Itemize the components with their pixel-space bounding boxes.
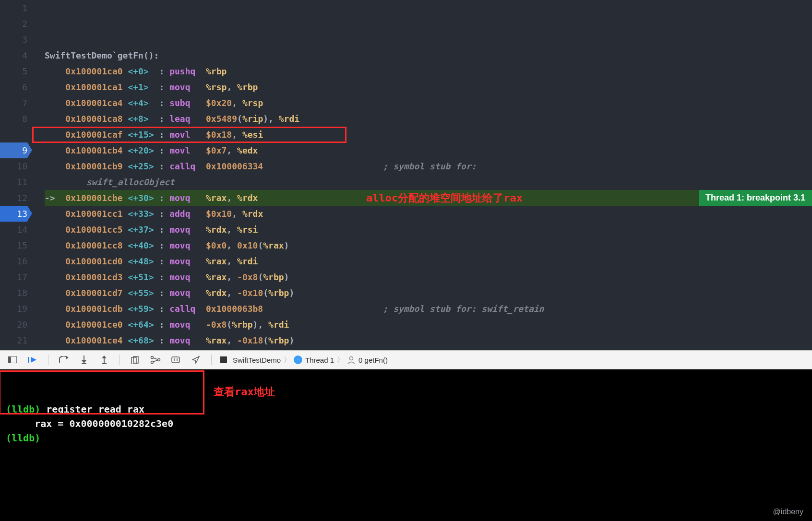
annotation-red: 查看rax地址 [214, 385, 275, 399]
code-area[interactable]: SwiftTestDemo`getFn(): 0x100001ca0 <+0> … [36, 0, 812, 350]
line-number[interactable]: 18 [0, 285, 27, 301]
chevron-right-icon: 〉 [337, 355, 344, 365]
disassembly-editor: 123456789101112131415161718192021 SwiftT… [0, 0, 812, 350]
toggle-debug-button[interactable] [6, 353, 19, 367]
line-number[interactable]: 11 [0, 174, 27, 190]
line-number[interactable]: 14 [0, 222, 27, 237]
app-icon [220, 356, 227, 363]
asm-line: 0x100001cc1 <+33> : addq $0x10, %rdx [45, 206, 812, 222]
debug-breadcrumb[interactable]: SwiftTestDemo 〉 ≡ Thread 1 〉 0 getFn() [220, 355, 388, 365]
asm-line: -> 0x100001cbe <+30> : movq %rax, %rdxal… [45, 190, 812, 206]
asm-line: 0x100001ca1 <+1> : movq %rsp, %rbp [45, 79, 812, 95]
asm-line: 0x100001ca4 <+4> : subq $0x20, %rsp [45, 95, 812, 111]
asm-line: 0x100001cb9 <+25> : callq 0x100006334 ; … [45, 158, 812, 174]
debug-toolbar: SwiftTestDemo 〉 ≡ Thread 1 〉 0 getFn() [0, 350, 812, 369]
toolbar-separator [48, 355, 48, 365]
debug-view-hierarchy-button[interactable] [129, 353, 142, 367]
step-out-button[interactable] [97, 353, 111, 367]
asm-line: 0x100001ce0 <+64> : movq -0x8(%rbp), %rd… [45, 317, 812, 332]
environment-overrides-button[interactable] [169, 353, 182, 367]
svg-line-18 [153, 360, 157, 362]
line-number[interactable]: 3 [0, 32, 27, 47]
asm-line-wrap: swift_allocObject [45, 174, 812, 190]
asm-line: 0x100001ca0 <+0> : pushq %rbp [45, 63, 812, 79]
crumb-thread: Thread 1 [305, 356, 334, 364]
line-number[interactable]: 2 [0, 16, 27, 32]
lldb-console[interactable]: (lldb) register read rax rax = 0x0000000… [0, 369, 812, 521]
svg-marker-3 [31, 357, 36, 363]
asm-line: 0x100001ca8 <+8> : leaq 0x5489(%rip), %r… [45, 111, 812, 127]
svg-rect-19 [172, 357, 179, 363]
svg-point-23 [350, 357, 353, 360]
toolbar-separator [119, 355, 120, 365]
line-number[interactable]: 1 [0, 0, 27, 16]
person-icon [347, 355, 356, 364]
step-into-button[interactable] [77, 353, 91, 367]
line-number[interactable]: 15 [0, 237, 27, 253]
asm-line: 0x100001cd3 <+51> : movq %rax, -0x8(%rbp… [45, 269, 812, 285]
lldb-output: rax = 0x000000010282c3e0 [6, 418, 173, 429]
svg-marker-7 [82, 360, 86, 363]
line-number[interactable]: 8 [0, 111, 27, 127]
breakpoint-badge[interactable]: Thread 1: breakpoint 3.1 [699, 190, 812, 206]
crumb-frame: 0 getFn() [358, 356, 388, 364]
line-number[interactable]: 13 [0, 206, 27, 222]
debug-memory-graph-button[interactable] [149, 353, 162, 367]
svg-marker-22 [192, 356, 199, 363]
continue-button[interactable] [26, 353, 39, 367]
chevron-right-icon: 〉 [284, 355, 291, 365]
line-number[interactable]: 6 [0, 79, 27, 95]
asm-line: SwiftTestDemo`getFn(): [45, 47, 812, 63]
svg-point-14 [151, 356, 154, 359]
asm-line: 0x100001cd0 <+48> : movq %rax, %rdi [45, 253, 812, 269]
line-number[interactable]: 19 [0, 301, 27, 317]
asm-line: 0x100001caf <+15> : movl $0x18, %esi [45, 127, 812, 142]
line-number[interactable]: 21 [0, 332, 27, 348]
asm-line: 0x100001cc5 <+37> : movq %rdx, %rsi [45, 222, 812, 237]
svg-marker-10 [102, 355, 107, 358]
asm-line: 0x100001cdb <+59> : callq 0x1000063b8 ; … [45, 301, 812, 317]
svg-rect-1 [8, 356, 11, 363]
asm-line: 0x100001cd7 <+55> : movq %rdx, -0x10(%rb… [45, 285, 812, 301]
lldb-prompt: (lldb) [6, 432, 40, 444]
thread-icon: ≡ [294, 355, 302, 364]
svg-point-16 [158, 359, 160, 361]
svg-point-15 [151, 361, 154, 364]
asm-line: 0x100001ce4 <+68> : movq %rax, -0x18(%rb… [45, 332, 812, 348]
line-number[interactable]: 20 [0, 317, 27, 332]
asm-line: 0x100001cc8 <+40> : movq $0x0, 0x10(%rax… [45, 237, 812, 253]
crumb-app: SwiftTestDemo [233, 356, 281, 364]
svg-rect-2 [28, 357, 29, 363]
line-number[interactable]: 10 [0, 158, 27, 174]
lldb-command: register read rax [46, 403, 144, 415]
watermark: @idbeny [773, 508, 803, 516]
line-number[interactable]: 9 [0, 142, 27, 158]
asm-line: 0x100001cb4 <+20> : movl $0x7, %edx [45, 142, 812, 158]
lldb-prompt: (lldb) [6, 403, 40, 415]
line-number[interactable]: 16 [0, 253, 27, 269]
step-over-button[interactable] [57, 353, 71, 367]
toolbar-separator [211, 355, 212, 365]
line-number[interactable]: 17 [0, 269, 27, 285]
line-number-gutter: 123456789101112131415161718192021 [0, 0, 36, 350]
line-number[interactable]: 4 [0, 47, 27, 63]
line-number[interactable]: 5 [0, 63, 27, 79]
line-number[interactable]: 12 [0, 190, 27, 206]
simulate-location-button[interactable] [189, 353, 203, 367]
annotation-red: alloc分配的堆空间地址给了rax [366, 190, 523, 206]
svg-line-17 [153, 358, 157, 359]
line-number[interactable]: 7 [0, 95, 27, 111]
asm-line: 0x100001ce8 <+72> : callq 0x1000063b2 ; … [45, 348, 812, 350]
